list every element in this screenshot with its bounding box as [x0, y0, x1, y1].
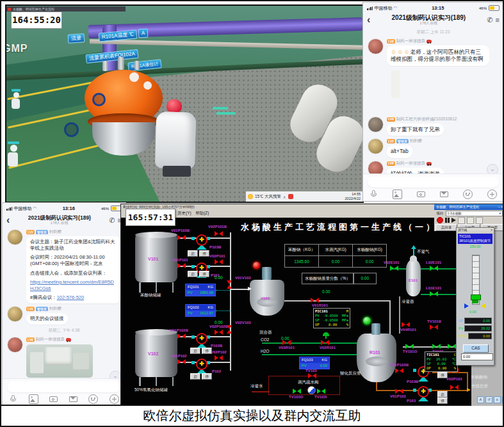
redpacket-icon[interactable]	[440, 190, 448, 198]
start-button[interactable]: 启	[188, 271, 198, 277]
valve-icon[interactable]	[317, 389, 321, 394]
valve-icon[interactable]	[395, 389, 399, 394]
valve-icon[interactable]	[432, 344, 436, 349]
controller-tic101[interactable]: TIC101C PV26.02℃ SP0.00℃ OP0.00%	[425, 351, 458, 372]
totalizer-fq103[interactable]: FQ103KG PV0.00	[299, 357, 330, 369]
meeting-message-bubble[interactable]: 会议主题：扬子江药业集团&沈阳药科大学线上实践活动 会议时间：2022/04/2…	[26, 236, 121, 303]
valve-icon[interactable]	[308, 373, 312, 378]
valve-icon[interactable]	[177, 334, 181, 339]
message-bubble[interactable]: 明天的会议链接	[26, 313, 68, 325]
totalizer-fq101[interactable]: FQ101KG PV1881.08	[185, 284, 216, 296]
image-icon[interactable]	[393, 189, 402, 199]
stop-button[interactable]: 停	[437, 398, 448, 404]
play-icon[interactable]	[451, 218, 456, 223]
valve-icon[interactable]	[215, 259, 218, 264]
tool-button[interactable]: A	[477, 396, 484, 403]
message-input[interactable]	[368, 177, 499, 188]
catalog-button[interactable]: 总目录	[435, 224, 457, 231]
voice-call-icon[interactable]: ✆	[109, 216, 115, 225]
mic-icon[interactable]	[370, 190, 378, 198]
project-select[interactable]: 1-3水杨酸▾	[446, 211, 503, 216]
message-bubble[interactable]: ☺☺☺老师，这个阿司匹林的只有三维模拟图，得分提示的那个界面没有啊	[387, 45, 489, 66]
valve-handwheel-icon[interactable]	[64, 122, 79, 137]
cas-button[interactable]: CAS	[463, 344, 489, 353]
valve-icon[interactable]	[293, 389, 297, 394]
slider-low-marker[interactable]	[464, 303, 469, 309]
valve-icon[interactable]	[215, 330, 218, 335]
meeting-id-link[interactable]: 102-576-520	[57, 294, 85, 300]
avatar[interactable]	[7, 337, 23, 353]
valve-icon[interactable]	[177, 263, 181, 268]
more-icon[interactable]	[487, 189, 497, 199]
slider-handle[interactable]	[471, 294, 481, 300]
pump-p102[interactable]: ✚	[196, 359, 207, 370]
menu-icon[interactable]: ≡	[496, 16, 500, 24]
avatar[interactable]	[7, 306, 23, 322]
pump-p102b[interactable]: ✚	[196, 333, 207, 344]
slider-high-marker[interactable]	[481, 303, 485, 309]
start-button[interactable]: 启	[437, 391, 448, 398]
tag-flow-partial[interactable]: 流量	[68, 33, 85, 44]
pump-p103b[interactable]: ✚	[196, 234, 207, 246]
totalizer-fq102[interactable]: FQ102KG PV1612.97	[185, 304, 216, 317]
setpoint-input[interactable]: 0.00	[461, 353, 493, 360]
pause-icon[interactable]	[445, 218, 447, 223]
valve-icon[interactable]	[395, 368, 399, 373]
emoji-icon[interactable]	[463, 189, 473, 199]
tool-button[interactable]: ≡	[494, 396, 501, 403]
camera-icon[interactable]	[417, 190, 425, 198]
windows-taskbar[interactable]: 15℃ 大风预警 ∧ 14:552022/4/22	[246, 191, 362, 202]
valve-icon[interactable]	[430, 291, 434, 296]
back-button[interactable]: ‹	[6, 214, 10, 227]
photo-attachment[interactable]	[26, 344, 93, 378]
valve-icon[interactable]	[430, 325, 434, 330]
valve-icon[interactable]	[402, 322, 405, 327]
taskbar-weather[interactable]: 15℃ 大风预警	[255, 194, 281, 200]
condenser-e101[interactable]	[406, 259, 421, 296]
message-input[interactable]	[7, 382, 121, 392]
controller-pic101[interactable]: PIC101M PV-0.0500MPa SP-0.0500MPa OP0.00…	[313, 308, 350, 328]
tray-chevron-icon[interactable]: ∧	[283, 195, 286, 199]
back-button[interactable]: ‹	[367, 13, 370, 26]
valve-icon[interactable]	[430, 266, 434, 271]
message-bubble[interactable]: 卸了重下就有了兄弟	[387, 124, 444, 136]
stop-button[interactable]: 停	[199, 250, 209, 257]
redpacket-icon[interactable]	[69, 395, 77, 403]
clock-icon[interactable]	[476, 217, 483, 224]
start-button[interactable]: 启	[190, 348, 200, 354]
emoji-icon[interactable]	[88, 394, 98, 404]
valve-icon[interactable]	[215, 355, 218, 360]
valve-icon[interactable]	[177, 235, 181, 240]
image-icon[interactable]	[29, 394, 38, 404]
stop-button[interactable]: 停	[199, 271, 209, 277]
valve-icon[interactable]	[282, 340, 286, 345]
tray-notification-icon[interactable]	[288, 194, 293, 199]
tool-button[interactable]: ↺	[485, 396, 492, 403]
stop-button[interactable]: 停	[202, 348, 212, 354]
avatar[interactable]	[368, 117, 384, 133]
photo-attachment[interactable]	[387, 68, 446, 114]
mic-icon[interactable]	[9, 395, 17, 403]
start-button[interactable]: 启	[188, 250, 198, 257]
pump-p103[interactable]: ✚	[418, 386, 429, 398]
sp-field[interactable]: 0.00	[464, 318, 492, 324]
valve-icon[interactable]	[177, 359, 181, 364]
valve-icon[interactable]	[448, 344, 451, 349]
snapshot-icon[interactable]	[467, 217, 474, 224]
valve-icon[interactable]	[450, 385, 454, 390]
valve-icon[interactable]	[227, 280, 232, 284]
stop-button[interactable]: 停	[202, 373, 212, 380]
record-icon[interactable]	[437, 217, 443, 223]
close-icon[interactable]: ×	[491, 228, 492, 233]
valve-handwheel-icon[interactable]	[92, 93, 106, 106]
more-icon[interactable]	[110, 394, 119, 404]
window-controls[interactable]: – ×	[498, 204, 503, 210]
op-field[interactable]: 0.00	[468, 333, 492, 339]
stop-button[interactable]: 停	[437, 372, 448, 378]
message-bubble[interactable]: alt+Tab	[387, 145, 412, 157]
avatar[interactable]	[368, 38, 384, 54]
avatar[interactable]	[368, 138, 384, 154]
list-icon[interactable]	[458, 217, 465, 224]
voice-call-icon[interactable]: ✆	[487, 16, 492, 24]
menu-bar[interactable]: 历史(Y) 帮助(Z)	[177, 211, 209, 216]
